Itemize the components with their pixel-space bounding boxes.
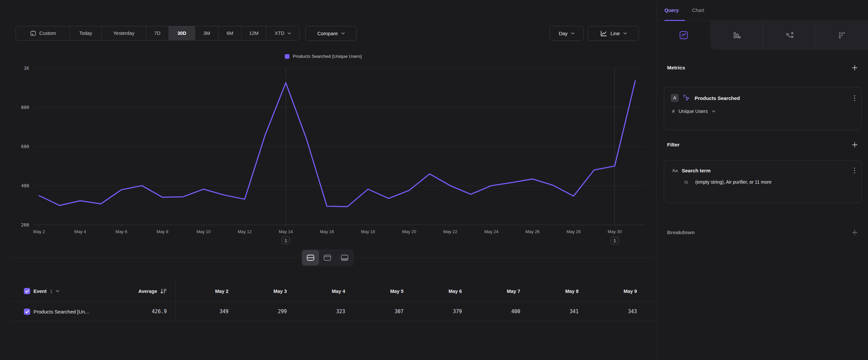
date-column-value: 400 bbox=[482, 308, 540, 314]
date-column-header[interactable]: May 4 bbox=[307, 288, 365, 294]
tab-funnels[interactable] bbox=[710, 21, 763, 50]
event-select-all-checkbox[interactable] bbox=[24, 288, 30, 294]
filter-heading: Filter bbox=[667, 142, 680, 148]
layout-table-only-button[interactable] bbox=[336, 250, 353, 265]
svg-text:1K: 1K bbox=[24, 65, 30, 71]
svg-text:May 6: May 6 bbox=[115, 229, 127, 234]
metric-letter-badge: A bbox=[671, 94, 679, 102]
event-header-cell: Event 1 bbox=[10, 288, 107, 294]
check-icon bbox=[25, 310, 29, 313]
breakdown-heading: Breakdown bbox=[667, 229, 695, 236]
date-column-value: 307 bbox=[365, 308, 424, 314]
table-only-icon bbox=[341, 254, 349, 261]
date-column-header[interactable]: May 6 bbox=[424, 288, 482, 294]
event-click-icon bbox=[683, 94, 691, 102]
svg-text:400: 400 bbox=[21, 183, 29, 188]
chevron-down-icon[interactable] bbox=[56, 290, 59, 292]
date-column-value: 349 bbox=[190, 308, 248, 314]
svg-text:May 22: May 22 bbox=[443, 229, 458, 234]
table-row[interactable]: Products Searched [Un... 426.9 349299323… bbox=[10, 302, 657, 322]
event-count: 1 bbox=[50, 288, 53, 294]
svg-text:May 4: May 4 bbox=[74, 229, 86, 234]
tab-retention[interactable] bbox=[816, 21, 868, 50]
measure-selector[interactable]: Unique Users bbox=[679, 109, 708, 114]
table-header-row: Event 1 Average May 2May 3May 4May 5May … bbox=[10, 281, 657, 302]
tab-query[interactable]: Query bbox=[664, 7, 679, 13]
kebab-menu-icon[interactable] bbox=[854, 167, 856, 174]
metric-measure-row: # Unique Users bbox=[664, 102, 861, 114]
date-column-header[interactable]: May 9 bbox=[598, 288, 657, 294]
date-column-value: 379 bbox=[424, 308, 482, 314]
kebab-menu-icon[interactable] bbox=[854, 95, 856, 101]
tab-chart[interactable]: Chart bbox=[692, 7, 704, 13]
svg-text:May 10: May 10 bbox=[196, 229, 211, 234]
check-icon bbox=[25, 289, 29, 293]
svg-text:May 2: May 2 bbox=[33, 229, 45, 234]
breakdown-table: Event 1 Average May 2May 3May 4May 5May … bbox=[10, 281, 657, 322]
svg-text:200: 200 bbox=[21, 222, 29, 227]
layout-toggle bbox=[301, 249, 354, 266]
average-value-cell: 426.9 bbox=[107, 308, 176, 314]
layout-split-view-button[interactable] bbox=[302, 250, 319, 265]
chart-only-icon bbox=[323, 254, 332, 261]
retention-icon bbox=[837, 30, 847, 40]
report-main-panel: CustomTodayYesterday7D30D3M6M12MXTD Comp… bbox=[0, 0, 657, 360]
insights-icon bbox=[679, 30, 689, 40]
svg-text:May 8: May 8 bbox=[156, 229, 168, 234]
svg-text:May 26: May 26 bbox=[526, 229, 540, 234]
date-column-value: 323 bbox=[307, 308, 365, 314]
event-row-name: Products Searched [Un... bbox=[33, 309, 89, 314]
layout-chart-only-button[interactable] bbox=[319, 250, 336, 265]
svg-text:May 18: May 18 bbox=[361, 229, 375, 234]
svg-text:May 14: May 14 bbox=[279, 229, 293, 234]
date-column-value: 343 bbox=[598, 308, 657, 314]
string-property-icon: Aa bbox=[672, 168, 678, 173]
filter-value[interactable]: (empty string), Air purifier, or 11 more bbox=[695, 179, 772, 185]
filter-section-header: Filter bbox=[667, 139, 858, 150]
report-type-tabs bbox=[657, 21, 868, 50]
breakdown-section-header: Breakdown bbox=[667, 227, 858, 238]
sort-descending-icon bbox=[160, 288, 167, 294]
date-column-header[interactable]: May 2 bbox=[190, 288, 248, 294]
metric-card-main-row: A Products Searched bbox=[664, 87, 861, 102]
average-header-cell[interactable]: Average bbox=[107, 288, 176, 294]
average-value: 426.9 bbox=[152, 308, 167, 314]
svg-text:May 28: May 28 bbox=[567, 229, 581, 234]
svg-text:May 16: May 16 bbox=[320, 229, 334, 234]
measure-type-icon: # bbox=[672, 109, 675, 114]
filter-main-row: Aa Search term bbox=[664, 161, 861, 174]
add-breakdown-button[interactable] bbox=[851, 229, 858, 236]
filter-card[interactable]: Aa Search term Is (empty string), Air pu… bbox=[664, 160, 862, 203]
sidebar-tabs: Query Chart bbox=[657, 0, 868, 21]
average-header-label: Average bbox=[138, 288, 157, 294]
date-column-header[interactable]: May 5 bbox=[365, 288, 424, 294]
date-column-value: 299 bbox=[248, 308, 307, 314]
svg-text:May 30: May 30 bbox=[608, 229, 622, 234]
annotation-badge[interactable]: 1 bbox=[610, 237, 619, 244]
svg-text:May 12: May 12 bbox=[238, 229, 252, 234]
event-row-checkbox[interactable] bbox=[24, 308, 30, 315]
tab-insights[interactable] bbox=[657, 21, 710, 50]
metrics-section-header: Metrics bbox=[667, 62, 858, 73]
split-view-icon bbox=[306, 254, 315, 261]
date-column-header[interactable]: May 3 bbox=[248, 288, 307, 294]
date-columns-header: May 2May 3May 4May 5May 6May 7May 8May 9 bbox=[176, 281, 657, 302]
line-chart-canvas[interactable]: 1K800600400200May 2May 4May 6May 8May 10… bbox=[0, 0, 647, 271]
date-columns-values: 349299323307379400341343 bbox=[176, 302, 657, 321]
line-chart[interactable]: 1K800600400200May 2May 4May 6May 8May 10… bbox=[0, 0, 647, 271]
metric-card[interactable]: A Products Searched # Unique Users bbox=[664, 87, 862, 130]
filter-operator[interactable]: Is bbox=[684, 179, 688, 185]
annotation-badge[interactable]: 1 bbox=[281, 237, 290, 244]
metrics-heading: Metrics bbox=[667, 65, 685, 71]
tab-flows[interactable] bbox=[763, 21, 815, 50]
query-sidebar: Query Chart Metrics A bbox=[657, 0, 868, 360]
date-column-header[interactable]: May 8 bbox=[540, 288, 598, 294]
svg-text:May 20: May 20 bbox=[402, 229, 416, 234]
svg-text:May 24: May 24 bbox=[485, 229, 499, 234]
funnels-icon bbox=[732, 30, 741, 40]
svg-text:600: 600 bbox=[21, 144, 29, 149]
chevron-down-icon[interactable] bbox=[712, 110, 715, 113]
date-column-header[interactable]: May 7 bbox=[482, 288, 540, 294]
add-metric-button[interactable] bbox=[851, 64, 858, 71]
add-filter-button[interactable] bbox=[851, 141, 858, 148]
